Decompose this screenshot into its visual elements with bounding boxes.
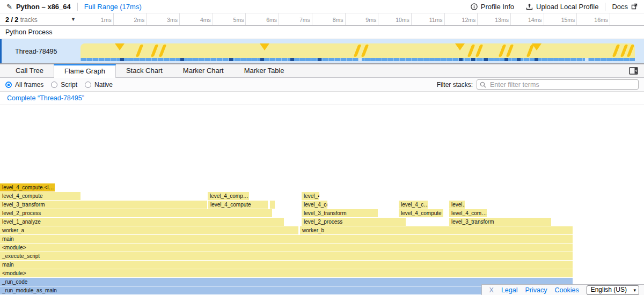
- ruler-tick: 5ms: [213, 13, 246, 25]
- language-select[interactable]: English (US) ▾: [587, 285, 639, 295]
- flame-block[interactable]: level_4_compute: [208, 201, 268, 209]
- sample-gap: [585, 58, 588, 61]
- full-range-link[interactable]: Full Range (17ms): [84, 3, 142, 11]
- ruler-tick: 4ms: [180, 13, 213, 25]
- flame-block[interactable]: level_2_process: [302, 218, 406, 226]
- sample-tick: [517, 58, 521, 61]
- sample-tick: [504, 58, 508, 61]
- flame-block[interactable]: level_4_com…: [449, 209, 487, 217]
- flame-block[interactable]: worker_a: [0, 226, 298, 234]
- thread-track-canvas[interactable]: [80, 39, 644, 63]
- filter-stacks-group: Filter stacks:: [437, 79, 639, 90]
- track-thread[interactable]: Thread-78495: [0, 39, 644, 64]
- marker-stripe: [475, 45, 484, 57]
- flame-block[interactable]: level_4_comp…: [208, 192, 249, 200]
- profile-info-label: Profile Info: [481, 3, 514, 11]
- timeline-ruler[interactable]: 1ms2ms3ms4ms5ms6ms7ms8ms9ms10ms11ms12ms1…: [80, 13, 644, 25]
- filter-input-wrapper: [477, 79, 639, 90]
- footer-link-x[interactable]: X: [489, 286, 494, 294]
- app-header: ✎ Python – x86_64 Full Range (17ms) Prof…: [0, 0, 644, 13]
- tab-stack-chart[interactable]: Stack Chart: [116, 64, 173, 77]
- ruler-tick: 2ms: [114, 13, 147, 25]
- sample-tick: [459, 58, 463, 61]
- flame-block[interactable]: level_4_co…: [302, 201, 327, 209]
- footer-bar: X Legal Privacy Cookies English (US) ▾: [481, 284, 644, 295]
- sample-tick: [535, 58, 538, 61]
- docs-link[interactable]: Docs: [612, 3, 638, 11]
- thread-track-label-panel[interactable]: Thread-78495: [0, 39, 80, 63]
- sample-tick: [120, 58, 124, 61]
- flame-block[interactable]: level_3_transform: [449, 218, 551, 226]
- docs-label: Docs: [612, 3, 628, 11]
- flame-block[interactable]: _execute_script: [0, 252, 573, 260]
- flame-block[interactable]: level_4…: [302, 192, 319, 200]
- marker-stripe: [612, 45, 620, 57]
- radio-script[interactable]: Script: [51, 81, 77, 88]
- flame-block[interactable]: level_4_compute: [0, 192, 80, 200]
- ruler-tick: 9ms: [346, 13, 379, 25]
- sidebar-toggle-button[interactable]: [629, 67, 638, 77]
- ruler-tick: 7ms: [279, 13, 312, 25]
- upload-local-profile-button[interactable]: Upload Local Profile: [526, 3, 598, 11]
- flame-block[interactable]: level_4_c…: [399, 201, 428, 209]
- header-divider: [77, 3, 78, 11]
- flame-block[interactable]: level_4_compute: [399, 209, 443, 217]
- flame-block[interactable]: level_3_transform: [0, 201, 207, 209]
- footer-link-privacy[interactable]: Privacy: [525, 286, 547, 294]
- filter-stacks-label: Filter stacks:: [437, 81, 473, 88]
- breadcrumb-bar: Complete “Thread-78495”: [0, 92, 644, 105]
- header-divider-2: [605, 3, 605, 11]
- sample-tick: [318, 58, 321, 61]
- marker-stripe: [467, 45, 475, 57]
- radio-native-label: Native: [94, 81, 113, 88]
- flame-graph-canvas[interactable]: level_4_compute.<l…level_4_computelevel_…: [0, 105, 644, 295]
- marker-triangle: [115, 43, 125, 50]
- tab-marker-chart[interactable]: Marker Chart: [173, 64, 234, 77]
- tracks-count-suffix: tracks: [20, 16, 38, 24]
- radio-native[interactable]: Native: [85, 81, 113, 88]
- ruler-tick: 14ms: [511, 13, 544, 25]
- timeline-bar: 2 / 2 tracks ▼ 1ms2ms3ms4ms5ms6ms7ms8ms9…: [0, 13, 644, 26]
- external-link-icon: [631, 3, 638, 10]
- track-python-process[interactable]: Python Process: [0, 26, 644, 39]
- tracks-count-value: 2 / 2: [5, 16, 18, 24]
- upload-icon: [526, 3, 533, 10]
- chevron-down-icon: ▾: [633, 286, 636, 294]
- ruler-tick: 10ms: [378, 13, 412, 25]
- breadcrumb[interactable]: Complete “Thread-78495”: [4, 93, 87, 103]
- ruler-tick: 12ms: [445, 13, 478, 25]
- edit-profile-name-icon[interactable]: ✎: [6, 3, 12, 11]
- search-icon: [480, 82, 486, 88]
- flame-block[interactable]: <module>: [0, 269, 573, 277]
- flame-block[interactable]: [270, 201, 275, 209]
- radio-script-label: Script: [61, 81, 77, 88]
- marker-stripe: [499, 45, 507, 57]
- flame-block[interactable]: level_4_compute.<l…: [0, 183, 55, 191]
- tab-marker-table[interactable]: Marker Table: [234, 64, 295, 77]
- marker-stripe: [354, 45, 362, 57]
- flame-block[interactable]: main: [0, 235, 573, 243]
- flame-block[interactable]: worker_b: [300, 226, 573, 234]
- marker-triangle: [455, 43, 465, 50]
- tracks-dropdown-icon[interactable]: ▼: [71, 17, 76, 22]
- flame-block[interactable]: main: [0, 261, 573, 269]
- profile-title: Python – x86_64: [16, 3, 71, 11]
- flame-block[interactable]: level_1_analyze: [0, 218, 284, 226]
- tab-flame-graph[interactable]: Flame Graph: [54, 64, 116, 78]
- flame-block[interactable]: <module>: [0, 244, 573, 252]
- radio-native-icon: [85, 82, 91, 88]
- flame-block[interactable]: level_3_transform: [302, 209, 378, 217]
- tab-call-tree[interactable]: Call Tree: [5, 64, 54, 77]
- filter-stacks-input[interactable]: [477, 79, 639, 90]
- radio-script-icon: [51, 82, 57, 88]
- footer-link-cookies[interactable]: Cookies: [554, 286, 579, 294]
- profile-info-button[interactable]: Profile Info: [471, 3, 514, 11]
- sample-strip: [80, 58, 635, 61]
- flame-block[interactable]: level…: [449, 201, 465, 209]
- header-actions: Profile Info Upload Local Profile Docs: [459, 3, 638, 11]
- cpu-usage-graph: [80, 43, 635, 58]
- footer-link-legal[interactable]: Legal: [501, 286, 518, 294]
- ruler-tick: 15ms: [544, 13, 577, 25]
- radio-all-frames[interactable]: All frames: [5, 81, 43, 88]
- flame-block[interactable]: level_2_process: [0, 209, 272, 217]
